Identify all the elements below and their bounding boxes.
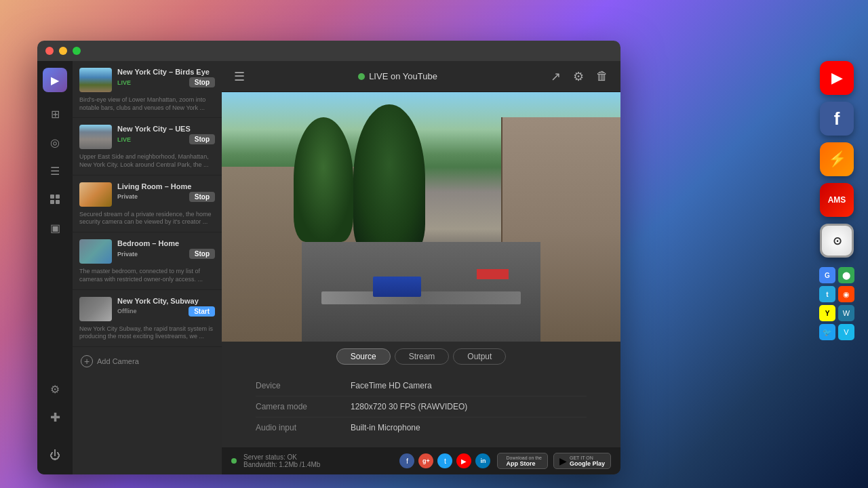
camera-thumb-5 xyxy=(79,297,112,321)
sidebar-icon-medical[interactable]: ✚ xyxy=(43,405,67,430)
camera-item-subway[interactable]: New York City, Subway Offline Start New … xyxy=(73,290,222,347)
camera-item-nyc-birds[interactable]: New York City – Birds Eye LIVE Stop Bird… xyxy=(73,61,222,118)
status-text: Server status: OK Bandwidth: 1.2Mb /1.4M… xyxy=(243,453,393,468)
small-icon-cluster: G ⬤ t ◉ Y W 🐦 V xyxy=(819,267,854,340)
stop-button-3[interactable]: Stop xyxy=(189,192,215,202)
camera-item-bedroom[interactable]: Bedroom – Home Private Stop The master b… xyxy=(73,232,222,289)
social-youtube[interactable]: ▶ xyxy=(456,453,471,468)
bottom-section: Source Stream Output Device FaceTime HD … xyxy=(222,342,620,447)
tab-source[interactable]: Source xyxy=(336,348,391,365)
camera-item-nyc-ues[interactable]: New York City – UES LIVE Stop Upper East… xyxy=(73,118,222,175)
close-button[interactable] xyxy=(45,47,54,55)
delete-button[interactable]: 🗑 xyxy=(593,66,611,86)
camera-name-1: New York City – Birds Eye xyxy=(117,68,215,76)
status-badge-1: LIVE xyxy=(117,79,131,86)
live-indicator: LIVE on YouTube xyxy=(358,71,437,81)
small-icon-y[interactable]: Y xyxy=(819,305,835,321)
social-icons: f g+ t ▶ in xyxy=(399,453,490,468)
camera-desc-2: Upper East Side and neighborhood, Manhat… xyxy=(79,153,215,169)
setting-camera-mode: Camera mode 868x488 30 FPS (RAWVIDEO) xyxy=(256,396,587,418)
camera-mode-label: Camera mode xyxy=(256,402,351,411)
minimize-button[interactable] xyxy=(59,47,67,55)
camera-desc-5: New York City Subway, the rapid transit … xyxy=(79,325,215,341)
camera-name-2: New York City – UES xyxy=(117,125,215,133)
dock-5app[interactable]: ⊙ xyxy=(820,224,854,258)
small-icon-g[interactable]: G xyxy=(819,267,835,283)
sidebar-icon-layers[interactable]: ⊞ xyxy=(43,102,67,126)
status-bar: Server status: OK Bandwidth: 1.2Mb /1.4M… xyxy=(222,447,620,474)
social-twitter[interactable]: t xyxy=(437,453,452,468)
dock-youtube[interactable]: ▶ xyxy=(820,61,854,95)
camera-name-3: Living Room – Home xyxy=(117,182,215,190)
sidebar-icon-monitor[interactable]: ▣ xyxy=(43,216,67,240)
stop-button-1[interactable]: Stop xyxy=(189,77,215,87)
social-facebook[interactable]: f xyxy=(399,453,414,468)
status-badge-3: Private xyxy=(117,193,138,200)
sidebar-icon-grid[interactable] xyxy=(43,187,67,211)
audio-input-value: Built-in Microphone xyxy=(351,423,420,432)
tab-row: Source Stream Output xyxy=(222,342,620,370)
add-camera-icon: + xyxy=(81,355,93,367)
camera-desc-3: Secured stream of a private residence, t… xyxy=(79,211,215,226)
main-content: ☰ LIVE on YouTube ↗ ⚙ 🗑 xyxy=(222,61,620,474)
setting-audio-input: Audio input Built-in Microphone xyxy=(256,418,587,438)
camera-name-5: New York City, Subway xyxy=(117,297,215,305)
setting-device: Device FaceTime HD Camera xyxy=(256,375,587,396)
status-badge-5: Offline xyxy=(117,308,137,314)
camera-list: New York City – Birds Eye LIVE Stop Bird… xyxy=(73,61,222,474)
add-camera-label: Add Camera xyxy=(97,357,139,365)
social-google-plus[interactable]: g+ xyxy=(418,453,433,468)
video-background xyxy=(222,92,620,342)
live-text: LIVE on YouTube xyxy=(369,71,437,81)
start-button-5[interactable]: Start xyxy=(189,306,215,317)
dock-facebook[interactable]: f xyxy=(820,102,854,136)
camera-desc-4: The master bedroom, connected to my list… xyxy=(79,268,215,283)
small-icon-v[interactable]: V xyxy=(838,324,854,340)
camera-desc-1: Bird's-eye view of Lower Manhattan, zoom… xyxy=(79,96,215,112)
video-preview xyxy=(222,92,620,342)
tab-stream[interactable]: Stream xyxy=(395,348,450,365)
audio-input-label: Audio input xyxy=(256,423,351,432)
app-badges: Download on the App Store ▶ GET IT ON Go… xyxy=(497,453,611,469)
appstore-badge[interactable]: Download on the App Store xyxy=(497,453,548,469)
tab-output[interactable]: Output xyxy=(453,348,506,365)
sidebar-icon-power[interactable]: ⏻ xyxy=(43,443,67,468)
dock-thunder[interactable]: ⚡ xyxy=(820,142,854,176)
device-value: FaceTime HD Camera xyxy=(351,381,432,390)
titlebar xyxy=(37,41,620,61)
icon-sidebar: ▶ ⊞ ◎ ☰ ▣ xyxy=(37,61,73,474)
maximize-button[interactable] xyxy=(73,47,81,55)
status-badge-4: Private xyxy=(117,251,138,258)
menu-button[interactable]: ☰ xyxy=(231,66,248,87)
social-linkedin[interactable]: in xyxy=(475,453,490,468)
stop-button-2[interactable]: Stop xyxy=(189,134,215,144)
share-button[interactable]: ↗ xyxy=(548,66,564,87)
sidebar-logo[interactable]: ▶ xyxy=(43,68,67,92)
app-body: ▶ ⊞ ◎ ☰ ▣ xyxy=(37,61,620,474)
googleplay-badge[interactable]: ▶ GET IT ON Google Play xyxy=(553,453,611,469)
camera-item-living-room[interactable]: Living Room – Home Private Stop Secured … xyxy=(73,176,222,232)
settings-button[interactable]: ⚙ xyxy=(570,66,587,87)
live-dot xyxy=(358,73,365,80)
sidebar-icon-list[interactable]: ☰ xyxy=(43,159,67,183)
stop-button-4[interactable]: Stop xyxy=(189,249,215,259)
top-actions: ↗ ⚙ 🗑 xyxy=(548,66,611,87)
dock-ams[interactable]: AMS xyxy=(820,183,854,217)
small-icon-wp[interactable]: W xyxy=(838,305,854,321)
add-camera-button[interactable]: + Add Camera xyxy=(73,347,222,375)
status-badge-2: LIVE xyxy=(117,136,131,143)
sidebar-icon-settings[interactable]: ⚙ xyxy=(43,377,67,401)
sidebar-icon-location[interactable]: ◎ xyxy=(43,130,67,155)
top-bar: ☰ LIVE on YouTube ↗ ⚙ 🗑 xyxy=(222,61,620,92)
small-icon-tw2[interactable]: 🐦 xyxy=(819,324,835,340)
camera-mode-value: 868x488 30 FPS (RAWVIDEO) xyxy=(351,402,467,411)
camera-thumb-1 xyxy=(79,68,112,92)
device-label: Device xyxy=(256,381,351,390)
camera-thumb-4 xyxy=(79,239,112,264)
status-dot xyxy=(231,458,237,464)
camera-thumb-3 xyxy=(79,182,112,207)
small-icon-tumblr[interactable]: t xyxy=(819,286,835,302)
app-window: ▶ ⊞ ◎ ☰ ▣ xyxy=(37,41,620,474)
small-icon-r[interactable]: ◉ xyxy=(838,286,854,302)
small-icon-green[interactable]: ⬤ xyxy=(838,267,854,283)
